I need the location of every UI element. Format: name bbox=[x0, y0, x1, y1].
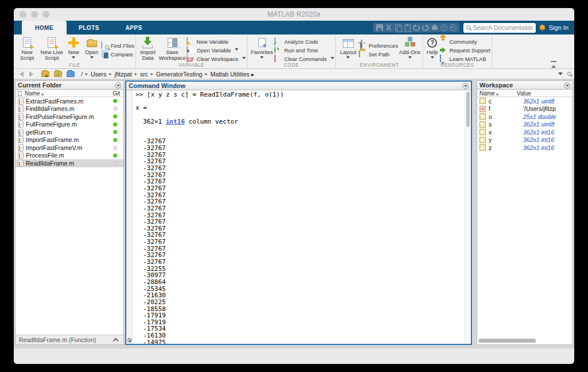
result-values: -32767 -32767 -32767 -32767 -32767 -3276… bbox=[136, 138, 464, 344]
request-support-button[interactable]: Request Support bbox=[440, 46, 490, 54]
community-button[interactable]: Community bbox=[440, 37, 490, 45]
variable-type-icon bbox=[479, 137, 486, 143]
notifications-bell-icon[interactable] bbox=[539, 25, 546, 31]
layout-button[interactable]: Layout bbox=[338, 36, 359, 60]
new-script-button[interactable]: New Script bbox=[16, 36, 38, 61]
save-workspace-button[interactable]: Save Workspace bbox=[158, 36, 187, 61]
paste-icon[interactable] bbox=[404, 24, 411, 31]
scrollbar-thumb[interactable] bbox=[466, 91, 470, 127]
save-icon[interactable] bbox=[376, 24, 383, 31]
breadcrumb-separator-icon: ▸ bbox=[134, 71, 138, 76]
command-window-scrollbar[interactable] bbox=[465, 90, 471, 344]
m-file-icon bbox=[18, 98, 24, 105]
quick-access-dropdown-icon[interactable] bbox=[450, 24, 457, 31]
compare-button[interactable]: Compare bbox=[101, 51, 134, 59]
file-name: ImportFastFrameV.m bbox=[26, 144, 114, 151]
workspace-variable-list: c 362x1 uint8 f '/Users/jfitzp bbox=[477, 97, 572, 152]
ribbon-tab-label: HOME bbox=[35, 25, 53, 31]
path-dropdown-icon[interactable] bbox=[558, 72, 563, 78]
help-button[interactable]: Help bbox=[425, 36, 440, 60]
workspace-variable-row[interactable]: y 362x1 int16 bbox=[477, 136, 572, 144]
analyze-code-button[interactable]: Analyze Code bbox=[274, 37, 334, 45]
up-one-level-folder-icon[interactable] bbox=[41, 71, 49, 77]
breadcrumb-segment[interactable]: / bbox=[79, 71, 84, 78]
current-folder-column-header[interactable]: Name ▲ Git bbox=[16, 90, 123, 97]
breadcrumb-segment[interactable]: GeneratorTesting bbox=[154, 71, 204, 78]
workspace-variable-row[interactable]: s 362x1 uint8 bbox=[477, 121, 572, 129]
file-row[interactable]: FullFrameFigure.m bbox=[16, 121, 123, 129]
set-path-button[interactable]: Set Path bbox=[359, 51, 398, 59]
ribbon-tab[interactable]: HOME bbox=[22, 21, 67, 34]
file-row[interactable]: ImportFastFrame.m bbox=[16, 136, 123, 144]
collapse-ribbon-icon[interactable] bbox=[550, 61, 557, 66]
open-button[interactable]: Open bbox=[83, 36, 101, 60]
file-row[interactable]: FindIldaFrames.m bbox=[16, 105, 123, 113]
file-row[interactable]: ReadIldaFrame.m bbox=[16, 159, 123, 167]
int16-type-link[interactable]: int16 bbox=[166, 118, 185, 125]
learn-matlab-button[interactable]: Learn MATLAB bbox=[440, 55, 490, 63]
panel-menu-icon[interactable] bbox=[564, 82, 570, 89]
git-status-icon bbox=[113, 99, 117, 103]
sign-in-link[interactable]: Sign In bbox=[549, 24, 568, 31]
fx-function-hint-icon[interactable]: fx bbox=[127, 337, 131, 343]
command-window-content[interactable]: >> [x y z s c] = ReadIldaFrame(f, o(1)) … bbox=[133, 90, 464, 344]
new-variable-button[interactable]: New Variable bbox=[187, 37, 246, 45]
breadcrumb-segment[interactable]: jfitzpat bbox=[113, 71, 133, 78]
breadcrumb-segment[interactable]: Users bbox=[89, 71, 108, 78]
command-window-panel: Command Window fx >> [x y z s c] = ReadI… bbox=[125, 80, 472, 345]
collapse-details-icon[interactable] bbox=[113, 338, 119, 344]
workspace-variable-row[interactable]: f '/Users/jfitzp bbox=[477, 105, 572, 113]
browse-folder-icon[interactable] bbox=[54, 71, 62, 77]
copy-icon[interactable] bbox=[394, 24, 401, 31]
value-line: -32767 bbox=[136, 198, 464, 205]
scrollbar-thumb[interactable] bbox=[478, 339, 536, 343]
add-ons-button[interactable]: Add-Ons bbox=[398, 36, 421, 60]
ribbon-tab[interactable]: PLOTS bbox=[67, 21, 111, 34]
window-bottom-strip bbox=[14, 348, 574, 364]
workspace-variable-row[interactable]: z 362x1 int16 bbox=[477, 144, 572, 152]
clear-workspace-button[interactable]: Clear Workspace bbox=[187, 55, 246, 63]
undo-icon[interactable] bbox=[413, 24, 420, 31]
value-line: -32767 bbox=[136, 246, 464, 252]
workspace-variable-row[interactable]: o 25x1 double bbox=[477, 113, 572, 121]
cut-icon[interactable] bbox=[385, 24, 392, 31]
panel-menu-icon[interactable] bbox=[462, 83, 469, 89]
print-icon[interactable] bbox=[431, 24, 438, 31]
favorites-button[interactable]: Favorites bbox=[249, 36, 274, 60]
find-files-button[interactable]: Find Files bbox=[101, 42, 134, 50]
new-live-script-button[interactable]: New Live Script bbox=[38, 36, 65, 61]
back-arrow-icon[interactable] bbox=[17, 71, 24, 77]
file-row[interactable]: ExtractFastFrames.m bbox=[16, 97, 123, 105]
file-details-statusbar[interactable]: ReadIldaFrame.m (Function) bbox=[16, 335, 123, 344]
file-row[interactable]: ImportFastFrameV.m bbox=[16, 144, 123, 152]
workspace-horizontal-scrollbar[interactable] bbox=[478, 339, 571, 343]
panel-menu-icon[interactable] bbox=[115, 82, 121, 89]
chevron-down-icon bbox=[431, 56, 434, 60]
tabstrip-right: Sign In bbox=[373, 22, 571, 33]
favorites-icon bbox=[255, 36, 269, 49]
file-row[interactable]: getRun.m bbox=[16, 128, 123, 136]
variable-name: o bbox=[489, 113, 523, 120]
new-button[interactable]: New bbox=[65, 36, 82, 60]
documentation-search-box[interactable] bbox=[463, 23, 536, 33]
clear-commands-button[interactable]: Clear Commands bbox=[274, 55, 334, 63]
open-variable-button[interactable]: Open Variable bbox=[187, 46, 246, 54]
file-row[interactable]: FirstPulseFrameFigure.m bbox=[16, 113, 123, 121]
path-search-icon[interactable] bbox=[567, 72, 572, 76]
import-data-button[interactable]: Import Data bbox=[138, 36, 158, 61]
ribbon-tab[interactable]: APPS bbox=[111, 21, 156, 34]
breadcrumb-segment[interactable]: Matlab Utilities bbox=[208, 71, 251, 78]
search-input[interactable] bbox=[473, 24, 533, 31]
run-and-time-button[interactable]: Run and Time bbox=[274, 46, 334, 54]
command-window-body[interactable]: fx >> [x y z s c] = ReadIldaFrame(f, o(1… bbox=[126, 90, 471, 344]
workspace-variable-row[interactable]: x 362x1 int16 bbox=[477, 128, 572, 136]
ribbon-section-label: CODE bbox=[247, 62, 335, 68]
file-row[interactable]: ProcessFile.m bbox=[16, 152, 123, 160]
m-file-icon bbox=[18, 121, 24, 128]
forward-arrow-icon[interactable] bbox=[29, 71, 36, 77]
workspace-column-header[interactable]: Name ▲ Value bbox=[477, 90, 572, 97]
breadcrumb-segment[interactable]: src bbox=[138, 71, 150, 78]
redo-icon[interactable] bbox=[422, 24, 429, 31]
help-icon[interactable] bbox=[440, 24, 447, 31]
workspace-variable-row[interactable]: c 362x1 uint8 bbox=[477, 97, 572, 105]
